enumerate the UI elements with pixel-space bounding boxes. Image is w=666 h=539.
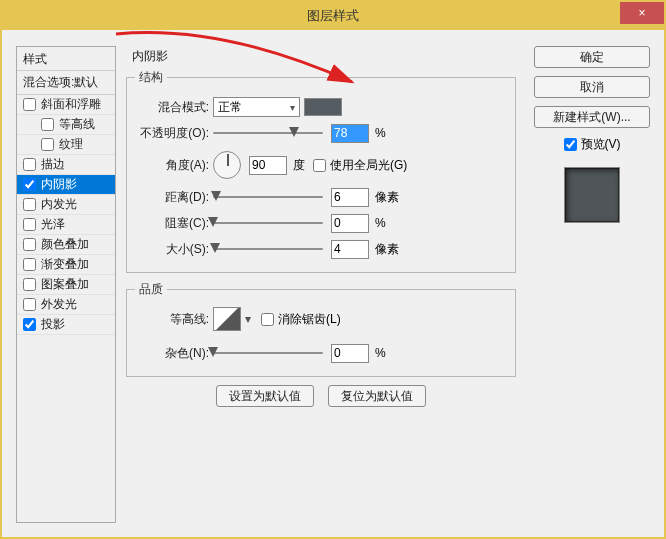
close-icon: ×: [638, 6, 645, 20]
angle-label: 角度(A):: [135, 157, 213, 174]
sidebar-item-label: 描边: [41, 156, 65, 173]
noise-unit: %: [375, 346, 386, 360]
angle-unit: 度: [293, 157, 305, 174]
preview-checkbox[interactable]: 预览(V): [534, 136, 650, 153]
noise-label: 杂色(N):: [135, 345, 213, 362]
choke-input[interactable]: [331, 214, 369, 233]
opacity-input[interactable]: [331, 124, 369, 143]
chevron-down-icon[interactable]: ▾: [243, 312, 253, 326]
main-panel: 内阴影 结构 混合模式: 正常 ▾ 不透明度(O): %: [126, 46, 516, 523]
sidebar-checkbox[interactable]: [23, 198, 36, 211]
distance-label: 距离(D):: [135, 189, 213, 206]
sidebar-item-label: 渐变叠加: [41, 256, 89, 273]
sidebar-checkbox[interactable]: [23, 98, 36, 111]
opacity-unit: %: [375, 126, 386, 140]
sidebar-checkbox[interactable]: [23, 278, 36, 291]
set-default-button[interactable]: 设置为默认值: [216, 385, 314, 407]
distance-slider[interactable]: [213, 190, 323, 204]
layer-style-dialog: 图层样式 × 样式 混合选项:默认 斜面和浮雕等高线纹理描边内阴影内发光光泽颜色…: [0, 0, 666, 539]
contour-picker[interactable]: [213, 307, 241, 331]
sidebar-subheader[interactable]: 混合选项:默认: [17, 70, 115, 95]
size-unit: 像素: [375, 241, 399, 258]
sidebar-item-纹理[interactable]: 纹理: [17, 135, 115, 155]
noise-input[interactable]: [331, 344, 369, 363]
right-buttons: 确定 取消 新建样式(W)... 预览(V): [534, 46, 650, 223]
sidebar-checkbox[interactable]: [41, 118, 54, 131]
style-sidebar: 样式 混合选项:默认 斜面和浮雕等高线纹理描边内阴影内发光光泽颜色叠加渐变叠加图…: [16, 46, 116, 523]
blend-mode-select[interactable]: 正常 ▾: [213, 97, 300, 117]
sidebar-item-label: 内阴影: [41, 176, 77, 193]
sidebar-checkbox[interactable]: [23, 158, 36, 171]
distance-unit: 像素: [375, 189, 399, 206]
sidebar-item-label: 纹理: [59, 136, 83, 153]
new-style-button[interactable]: 新建样式(W)...: [534, 106, 650, 128]
sidebar-item-投影[interactable]: 投影: [17, 315, 115, 335]
sidebar-item-斜面和浮雕[interactable]: 斜面和浮雕: [17, 95, 115, 115]
sidebar-item-label: 等高线: [59, 116, 95, 133]
shadow-color-swatch[interactable]: [304, 98, 342, 116]
sidebar-checkbox[interactable]: [23, 318, 36, 331]
opacity-label: 不透明度(O):: [135, 125, 213, 142]
title-bar: 图层样式 ×: [2, 2, 664, 30]
size-label: 大小(S):: [135, 241, 213, 258]
ok-button[interactable]: 确定: [534, 46, 650, 68]
blend-mode-label: 混合模式:: [135, 99, 213, 116]
sidebar-item-内发光[interactable]: 内发光: [17, 195, 115, 215]
blend-mode-value: 正常: [218, 99, 242, 116]
antialias-checkbox[interactable]: 消除锯齿(L): [261, 311, 341, 328]
sidebar-item-label: 图案叠加: [41, 276, 89, 293]
dialog-body: 样式 混合选项:默认 斜面和浮雕等高线纹理描边内阴影内发光光泽颜色叠加渐变叠加图…: [2, 32, 664, 537]
sidebar-item-图案叠加[interactable]: 图案叠加: [17, 275, 115, 295]
sidebar-checkbox[interactable]: [23, 238, 36, 251]
caret-icon: ▾: [290, 102, 295, 113]
sidebar-item-渐变叠加[interactable]: 渐变叠加: [17, 255, 115, 275]
quality-legend: 品质: [135, 281, 167, 298]
noise-slider[interactable]: [213, 346, 323, 360]
sidebar-item-label: 外发光: [41, 296, 77, 313]
choke-label: 阻塞(C):: [135, 215, 213, 232]
reset-default-button[interactable]: 复位为默认值: [328, 385, 426, 407]
sidebar-item-label: 光泽: [41, 216, 65, 233]
panel-title: 内阴影: [126, 46, 516, 69]
sidebar-item-label: 颜色叠加: [41, 236, 89, 253]
sidebar-checkbox[interactable]: [23, 258, 36, 271]
sidebar-item-label: 内发光: [41, 196, 77, 213]
preview-swatch: [564, 167, 620, 223]
sidebar-item-光泽[interactable]: 光泽: [17, 215, 115, 235]
sidebar-checkbox[interactable]: [23, 178, 36, 191]
angle-dial[interactable]: [213, 151, 241, 179]
angle-input[interactable]: [249, 156, 287, 175]
structure-legend: 结构: [135, 69, 167, 86]
global-light-checkbox[interactable]: 使用全局光(G): [313, 157, 407, 174]
sidebar-item-颜色叠加[interactable]: 颜色叠加: [17, 235, 115, 255]
size-slider[interactable]: [213, 242, 323, 256]
size-input[interactable]: [331, 240, 369, 259]
sidebar-checkbox[interactable]: [23, 298, 36, 311]
structure-group: 结构 混合模式: 正常 ▾ 不透明度(O): % 角度(A):: [126, 69, 516, 273]
choke-slider[interactable]: [213, 216, 323, 230]
sidebar-item-label: 斜面和浮雕: [41, 96, 101, 113]
sidebar-checkbox[interactable]: [23, 218, 36, 231]
sidebar-item-外发光[interactable]: 外发光: [17, 295, 115, 315]
distance-input[interactable]: [331, 188, 369, 207]
quality-group: 品质 等高线: ▾ 消除锯齿(L) 杂色(N): %: [126, 281, 516, 377]
sidebar-header: 样式: [17, 47, 115, 70]
sidebar-item-label: 投影: [41, 316, 65, 333]
opacity-slider[interactable]: [213, 126, 323, 140]
window-title: 图层样式: [307, 7, 359, 25]
cancel-button[interactable]: 取消: [534, 76, 650, 98]
sidebar-item-等高线[interactable]: 等高线: [17, 115, 115, 135]
close-button[interactable]: ×: [620, 2, 664, 24]
contour-label: 等高线:: [135, 311, 213, 328]
choke-unit: %: [375, 216, 386, 230]
sidebar-checkbox[interactable]: [41, 138, 54, 151]
sidebar-item-描边[interactable]: 描边: [17, 155, 115, 175]
sidebar-item-内阴影[interactable]: 内阴影: [17, 175, 115, 195]
